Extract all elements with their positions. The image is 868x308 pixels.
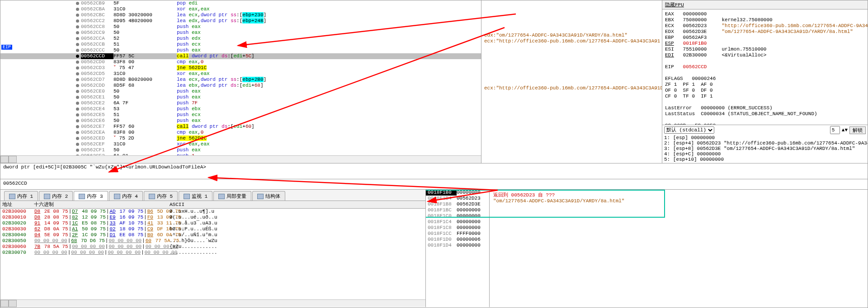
disasm-row[interactable]: 00562CE26A 7Fpush 7F	[0, 100, 481, 106]
disasm-row[interactable]: 00562CDD8D5F 68lea ebx,dword ptr ds:[edi…	[0, 83, 481, 89]
disasm-hscroll[interactable]	[0, 155, 481, 163]
disasm-row[interactable]: 00562CE551push ecx	[0, 112, 481, 118]
disasm-row[interactable]: 00562CF26A 01push 1	[0, 153, 481, 155]
convention-select[interactable]: 默认 (stdcall)	[664, 126, 714, 134]
dump-tab[interactable]: 内存 5	[144, 191, 178, 201]
call-args-panel: 默认 (stdcall) ▲▼ 解锁 1: [esp] 00000000 2: …	[662, 125, 868, 163]
arg-count-spin[interactable]	[830, 126, 840, 134]
disasm-row[interactable]: 00562CE650push eax	[0, 118, 481, 124]
disasm-row[interactable]: 00562CC950push eax	[0, 30, 481, 36]
registers-pane[interactable]: 隐藏FPU EAX 00000000 EBX 75080000 kernel32…	[662, 0, 868, 163]
dump-tab[interactable]: 监视 1	[179, 191, 212, 201]
lock-button[interactable]: 解锁	[849, 126, 866, 134]
dump-header: 地址 十六进制 ASCII	[0, 201, 425, 209]
disasm-row[interactable]: 00562CD3˅ 75 47jne 562D1C	[0, 65, 481, 71]
dump-tab[interactable]: 内存 3	[74, 191, 108, 201]
stack-row[interactable]: 0018F1C800000000	[426, 225, 489, 231]
stack-row[interactable]: 0018F1B400562D23	[426, 196, 489, 201]
disasm-row[interactable]: 00562CB95Fpop edi	[0, 0, 481, 6]
disasm-row[interactable]: 00562CCDFF57 5Ccall dword ptr ds:[edi+5C…	[0, 53, 481, 59]
disasm-row[interactable]: 00562CE050push eax	[0, 89, 481, 94]
disasm-row[interactable]: 00562CD083F8 00cmp eax,0	[0, 59, 481, 65]
dump-tabs[interactable]: 内存 1内存 2内存 3内存 4内存 5监视 1局部变量结构体	[0, 190, 425, 201]
disasm-row[interactable]: 00562CED˅ 75 2Djne 562D1C	[0, 135, 481, 141]
dump-tab[interactable]: 内存 4	[109, 191, 143, 201]
stack-row[interactable]: 0018F1D400000000	[426, 243, 489, 248]
dump-tab[interactable]: 内存 2	[39, 191, 73, 201]
disasm-row[interactable]: 00562CF150push eax	[0, 147, 481, 153]
dump-hscroll[interactable]	[0, 299, 425, 307]
disasm-row[interactable]: 00562CBA31C0xor eax,eax	[0, 6, 481, 12]
stack-row[interactable]: 0018F1C400000000	[426, 219, 489, 225]
disasm-row[interactable]: 00562CE7FF57 60call dword ptr ds:[edi+60…	[0, 124, 481, 130]
dump-tab[interactable]: 内存 1	[4, 191, 38, 201]
dump-tab[interactable]: 局部变量	[213, 191, 251, 201]
memory-icon	[149, 194, 155, 199]
stack-row[interactable]: 0018F1B800562D3E	[426, 201, 489, 207]
stack-comments: 返回到 00562D23 自 ??? "om/1277654-ADDFC-9A3…	[490, 190, 868, 307]
memory-icon	[218, 194, 225, 199]
disasm-row[interactable]: 00562CEF31C0xor eax,eax	[0, 141, 481, 147]
dump-row[interactable]: 02B300607B 78 5A 75|00 00 00 00|00 00 00…	[0, 244, 425, 250]
stack-row[interactable]: 0018F1D000000006	[426, 237, 489, 243]
status-address: 00562CCD	[0, 179, 868, 190]
disasm-row[interactable]: 00562CD531C0xor eax,eax	[0, 71, 481, 77]
stack-row[interactable]: 0018F1B000000000	[426, 190, 489, 196]
disasm-row[interactable]: 00562CC28D95 4B020000lea edx,dword ptr s…	[0, 18, 481, 24]
call-args-list: 1: [esp] 00000000 2: [esp+4] 00562D23 "h…	[664, 135, 866, 162]
dump-tab[interactable]: 结构体	[252, 191, 285, 201]
memory-dump-pane[interactable]: 内存 1内存 2内存 3内存 4内存 5监视 1局部变量结构体 地址 十六进制 …	[0, 190, 426, 307]
dump-row[interactable]: 02B3002091 14 09 75|1C E5 08 75|33 AF 10…	[0, 220, 425, 226]
disasm-row[interactable]: 00562CE150push eax	[0, 94, 481, 100]
disasm-row[interactable]: 00562CEA83F8 00cmp eax,0	[0, 130, 481, 135]
disasm-row[interactable]: 00562CCA52push edx	[0, 36, 481, 42]
memory-icon	[184, 194, 190, 199]
stack-pane[interactable]: 0018F1B0000000000018F1B400562D230018F1B8…	[426, 190, 868, 307]
disasm-row[interactable]: 00562CD78D8D B0020000lea ecx,dword ptr s…	[0, 77, 481, 83]
dump-row[interactable]: 02B3005000 00 00 00|68 7D D6 75|00 00 00…	[0, 238, 425, 244]
disasm-row[interactable]: 00562CCC50push eax	[0, 47, 481, 53]
dump-row[interactable]: 02B3003062 D8 0A 75|A1 50 09 75|02 18 09…	[0, 226, 425, 232]
dump-row[interactable]: 02B3007000 00 00 00|00 00 00 00|00 00 00…	[0, 250, 425, 256]
disasm-row[interactable]: 00562CE453push ebx	[0, 106, 481, 112]
stack-row[interactable]: 0018F1BC00000000	[426, 207, 489, 213]
hints-pane: edx:"om/1277654-ADDFC-9A343C3A91D/YARDY/…	[481, 0, 662, 163]
info-line: dword ptr [edi+5C]=[02B3005C "`wZu{xZu"]…	[0, 163, 868, 179]
disasm-row[interactable]: 00562CBC8D8D 30020000lea ecx,dword ptr s…	[0, 12, 481, 18]
eip-indicator: EIP	[1, 45, 12, 50]
stack-row[interactable]: 0018F1CCFFFF0000	[426, 231, 489, 237]
hide-fpu-link[interactable]: 隐藏FPU	[662, 0, 868, 9]
disasm-row[interactable]: 00562CCB51push ecx	[0, 42, 481, 47]
disasm-row[interactable]: 00562CC850push eax	[0, 24, 481, 30]
dump-row[interactable]: 02B3004004 5E 09 75|2F 1C 09 75|D1 EE 08…	[0, 232, 425, 238]
dump-row[interactable]: 02B30000D8 2E 08 75|D7 48 09 75|AD 17 09…	[0, 209, 425, 215]
disassembly-pane[interactable]: 00562CB95Fpop edi00562CBA31C0xor eax,eax…	[0, 0, 481, 163]
stack-row[interactable]: 0018F1C000000000	[426, 213, 489, 219]
memory-icon	[114, 194, 120, 199]
memory-icon	[44, 194, 50, 199]
memory-icon	[79, 194, 85, 199]
dump-row[interactable]: 02B30010D8 28 08 75|82 12 09 75|E9 16 09…	[0, 215, 425, 220]
memory-icon	[257, 194, 264, 199]
memory-icon	[9, 194, 15, 199]
